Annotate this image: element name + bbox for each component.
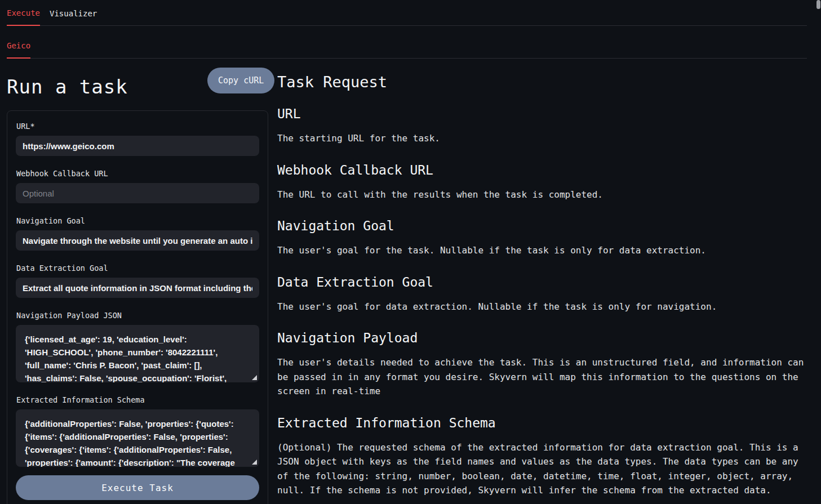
resize-grip-icon[interactable] — [252, 375, 257, 380]
navigation-payload-json-value: {'licensed_at_age': 19, 'education_level… — [25, 334, 227, 382]
docs-webhook-body: The URL to call with the results when th… — [277, 188, 807, 202]
extracted-information-schema-textarea[interactable]: {'additionalProperties': False, 'propert… — [16, 409, 259, 467]
docs-navigation-goal-heading: Navigation Goal — [277, 218, 807, 233]
extracted-information-schema-label: Extracted Information Schema — [16, 395, 259, 404]
task-request-docs: Task Request URL The starting URL for th… — [277, 73, 807, 504]
main-tabbar: Execute Visualizer — [7, 0, 807, 26]
docs-url-heading: URL — [277, 106, 807, 121]
docs-navigation-payload-heading: Navigation Payload — [277, 331, 807, 345]
task-form-card: URL* Webhook Callback URL Navigation Goa… — [7, 110, 268, 504]
webhook-callback-url-label: Webhook Callback URL — [16, 169, 259, 178]
docs-data-extraction-goal-heading: Data Extraction Goal — [277, 275, 807, 289]
session-tabbar: Geico — [7, 33, 807, 59]
tab-geico[interactable]: Geico — [7, 41, 30, 59]
resize-grip-icon[interactable] — [252, 460, 257, 465]
tab-visualizer[interactable]: Visualizer — [50, 9, 97, 25]
tab-execute[interactable]: Execute — [7, 8, 40, 26]
navigation-goal-input[interactable] — [16, 230, 259, 251]
data-extraction-goal-input[interactable] — [16, 278, 259, 298]
docs-title: Task Request — [277, 73, 807, 91]
navigation-goal-label: Navigation Goal — [16, 216, 259, 225]
navigation-payload-json-label: Navigation Payload JSON — [16, 311, 259, 320]
url-input[interactable] — [16, 136, 259, 156]
docs-data-extraction-goal-body: The user's goal for data extraction. Nul… — [277, 300, 807, 314]
docs-extracted-schema-body: (Optional) The requested schema of the e… — [277, 440, 807, 498]
webhook-callback-url-input[interactable] — [16, 183, 259, 203]
docs-navigation-payload-body: The user's details needed to achieve the… — [277, 355, 807, 399]
extracted-information-schema-value: {'additionalProperties': False, 'propert… — [25, 419, 235, 467]
docs-url-body: The starting URL for the task. — [277, 131, 807, 146]
docs-navigation-goal-body: The user's goal for the task. Nullable i… — [277, 243, 807, 258]
docs-webhook-heading: Webhook Callback URL — [277, 163, 807, 177]
data-extraction-goal-label: Data Extraction Goal — [16, 264, 259, 273]
page-title: Run a task — [7, 75, 128, 98]
execute-task-button[interactable]: Execute Task — [16, 475, 259, 500]
docs-extracted-schema-heading: Extracted Information Schema — [277, 416, 807, 430]
copy-curl-button[interactable]: Copy cURL — [207, 68, 274, 93]
scrollbar-thumb[interactable] — [816, 0, 820, 9]
url-label: URL* — [16, 122, 259, 131]
navigation-payload-json-textarea[interactable]: {'licensed_at_age': 19, 'education_level… — [16, 325, 259, 382]
